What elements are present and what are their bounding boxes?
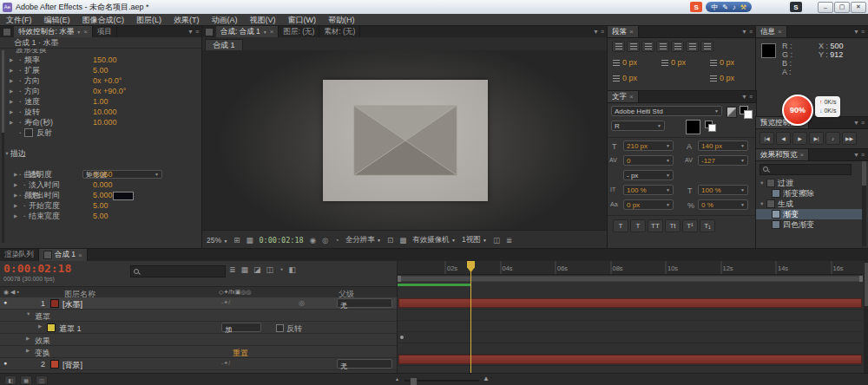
twirl-icon[interactable]: ▶ [12, 213, 19, 219]
work-area-region[interactable] [398, 277, 863, 281]
panel-menu-icon[interactable]: ▼≡ [738, 91, 756, 102]
stopwatch-icon[interactable]: ◔ [15, 109, 24, 115]
title-bar[interactable]: Ae Adobe After Effects - 未命名项目.aep * S 中… [0, 0, 868, 15]
transport-button[interactable]: ♪ [825, 132, 840, 145]
tab-paragraph[interactable]: 段落× [608, 26, 639, 37]
scrollbar-thumb[interactable] [862, 161, 866, 186]
checkbox[interactable] [24, 128, 33, 137]
property-value[interactable]: 10.000 [93, 108, 117, 116]
scrollbar[interactable] [862, 161, 866, 246]
transport-button[interactable]: ▶▶ [842, 132, 857, 145]
twirl-icon[interactable]: ▶ [12, 172, 19, 177]
twirl-icon[interactable]: ▶ [26, 348, 30, 353]
transport-button[interactable]: ▶ [792, 132, 807, 145]
scrollbar[interactable] [864, 261, 868, 373]
safe-areas-icon[interactable]: ⊞ [233, 236, 240, 245]
transport-button[interactable]: ▶| [809, 132, 824, 145]
twirl-open-icon[interactable]: ▼ [3, 151, 10, 156]
transport-button[interactable]: |◀ [760, 132, 774, 145]
panel-menu-icon[interactable]: ▼≡ [850, 26, 868, 37]
timeline-toolbar-icon[interactable]: ◫ [266, 265, 274, 274]
ime-wrench-icon[interactable]: ⚒ [740, 3, 746, 11]
property-value[interactable]: 5.000 [93, 191, 113, 199]
tsume-dropdown[interactable]: - px▼ [623, 170, 674, 180]
zoom-out-mountain-icon[interactable]: ▲ [395, 376, 399, 382]
property-value[interactable]: 0.050 [93, 170, 113, 179]
fill-stroke-swatches[interactable] [740, 106, 752, 117]
speed-monitor-overlay[interactable]: 90% ↑ 0K/s ↓ 0K/s [782, 95, 840, 126]
work-area-start-handle[interactable] [398, 276, 401, 282]
mask-mode-dropdown[interactable]: 加▼ [221, 323, 261, 332]
chevron-down-icon[interactable]: ▼ [263, 29, 267, 35]
menu-item[interactable]: 窗口(W) [282, 15, 323, 26]
align-button[interactable] [671, 41, 684, 52]
menu-item[interactable]: 图层(L) [130, 15, 168, 26]
maximize-button[interactable]: ▢ [834, 2, 850, 13]
stopwatch-icon[interactable]: ◔ [19, 182, 29, 188]
parent-dropdown[interactable]: 无▼ [337, 298, 392, 308]
effect-item-row-selected[interactable]: 渐变 [756, 209, 863, 219]
vertical-scale-field[interactable]: 100 %▼ [623, 185, 674, 195]
stopwatch-icon[interactable]: ◔ [15, 99, 24, 105]
effects-search-input[interactable] [760, 164, 852, 175]
transform-group-row[interactable]: ▶ 变换 重置 [0, 346, 397, 358]
stopwatch-icon[interactable]: ◔ [19, 192, 29, 199]
close-icon[interactable]: × [83, 28, 88, 36]
close-icon[interactable]: × [629, 93, 634, 101]
chevron-down-icon[interactable]: ▼ [76, 29, 81, 35]
property-value[interactable]: 0.000 [93, 180, 113, 189]
stopwatch-icon[interactable]: ◔ [15, 120, 24, 126]
flowchart-icon[interactable]: ≣ [506, 236, 512, 245]
tab-composition[interactable]: 合成: 合成 1 ▼ × [216, 26, 279, 37]
work-area-end-handle[interactable] [859, 276, 863, 282]
twirl-icon[interactable]: ▶ [8, 68, 15, 73]
roi-icon[interactable]: ⊡ [387, 236, 393, 245]
panel-menu-icon[interactable]: ▼≡ [589, 26, 608, 37]
faux-style-button[interactable]: T [630, 219, 646, 232]
effects-category-row[interactable]: ▼ 过渡 [756, 178, 863, 188]
menu-item[interactable]: 编辑(E) [38, 15, 76, 26]
tab-character[interactable]: 文字× [608, 91, 639, 102]
twirl-open-icon[interactable]: ▼ [26, 311, 30, 316]
tab-timeline-comp1[interactable]: 合成 1 × [39, 249, 88, 261]
kerning-dropdown[interactable]: 0▼ [623, 155, 674, 166]
ime-sound-icon[interactable]: ♪ [733, 3, 736, 11]
eyedropper-icon[interactable] [727, 107, 737, 118]
stopwatch-icon[interactable]: ◔ [15, 78, 24, 84]
timeline-zoom-slider[interactable] [404, 380, 479, 382]
zoom-slider-handle[interactable] [410, 377, 418, 385]
zoom-in-mountain-icon[interactable]: ▲ [483, 375, 490, 382]
tab-effect-controls[interactable]: 特效控制台: 水墨 ▼ × [14, 26, 93, 37]
proportional-spacing-field[interactable]: 0 %▼ [698, 199, 748, 210]
expand-switches-icon[interactable]: ◧ [4, 375, 16, 385]
composition-viewer[interactable] [202, 50, 608, 230]
show-snapshot-icon[interactable]: ◎ [322, 236, 328, 245]
align-button[interactable] [612, 41, 625, 52]
layer-row-2[interactable]: ● 2 [背景] -✦/ 无▼ [0, 358, 397, 370]
zoom-dropdown[interactable]: 25% ▼ [207, 236, 227, 245]
faux-style-button[interactable]: Tt [665, 219, 681, 232]
twirl-icon[interactable]: ▶ [12, 182, 19, 187]
twirl-icon[interactable]: ▶ [12, 192, 19, 198]
align-button[interactable] [686, 41, 699, 52]
stopwatch-icon[interactable]: ◔ [15, 88, 24, 95]
stopwatch-icon[interactable]: ◔ [19, 172, 29, 178]
close-icon[interactable]: × [778, 28, 782, 36]
faux-style-button[interactable]: TT [648, 219, 663, 232]
sub-tab-comp1[interactable]: 合成 1 [205, 39, 243, 51]
faux-style-button[interactable]: T¹ [682, 219, 698, 232]
close-icon[interactable]: × [800, 151, 805, 159]
property-value[interactable]: 0x +90.0° [93, 87, 126, 95]
leading-dropdown[interactable]: 140 px▼ [698, 140, 748, 151]
tab-effects-presets[interactable]: 效果和预览× [756, 149, 809, 160]
parent-dropdown[interactable]: 无▼ [337, 359, 392, 369]
effects-group-row[interactable]: ▶ 效果 [0, 334, 397, 346]
layer-lane-2[interactable] [398, 354, 863, 366]
baseline-shift-field[interactable]: 0 px▼ [623, 199, 674, 210]
grid-icon[interactable]: ▦ [246, 236, 253, 245]
tab-footage[interactable]: 素材: (无) [319, 26, 360, 37]
tab-layer[interactable]: 图层: (无) [279, 26, 319, 37]
timeline-toolbar-icon[interactable]: ▦ [241, 265, 249, 274]
tab-info[interactable]: 信息× [756, 26, 787, 37]
effect-item-row[interactable]: 渐变擦除 [756, 188, 863, 199]
